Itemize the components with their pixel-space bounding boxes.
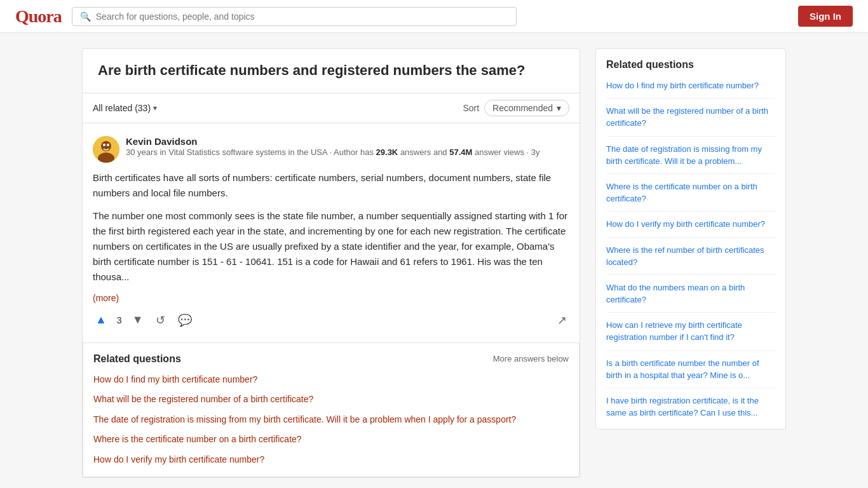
sidebar-question-link[interactable]: Where is the certificate number on a bir… [606,182,757,203]
sidebar-question-link[interactable]: How do I verify my birth certificate num… [606,219,765,229]
downvote-button[interactable]: ▼ [130,311,146,329]
related-question-link[interactable]: The date of registration is missing from… [93,414,516,424]
more-answers-label: More answers below [493,354,569,363]
svg-point-4 [107,144,109,146]
sort-chevron-icon: ▾ [557,103,561,113]
sidebar-question-link[interactable]: I have birth registration certificate, i… [606,396,759,417]
list-item: How do I find my birth certificate numbe… [606,79,775,98]
related-question-link[interactable]: How do I find my birth certificate numbe… [93,374,257,384]
answer-paragraph-2: The number one most commonly sees is the… [93,208,569,285]
list-item: Where is the certificate number on a bir… [93,433,569,446]
main-container: Are birth certificate numbers and regist… [72,33,796,488]
author-name: Kevin Davidson [126,136,540,147]
sidebar-question-link[interactable]: Is a birth certificate number the number… [606,358,759,380]
search-bar: 🔍 [72,7,517,26]
sign-in-button[interactable]: Sign In [798,6,853,27]
sidebar-question-link[interactable]: How can I retrieve my birth certificate … [606,320,742,342]
downvote-icon: ▼ [132,313,144,327]
list-item: I have birth registration certificate, i… [606,395,775,419]
quora-logo[interactable]: Quora [15,6,62,27]
sidebar-question-link[interactable]: Where is the ref number of birth certifi… [606,245,764,267]
related-questions-main: Related questions More answers below How… [83,343,580,477]
sidebar-list: How do I find my birth certificate numbe… [606,79,775,419]
sort-value: Recommended [492,103,553,113]
avatar [93,136,119,163]
content-area: Are birth certificate numbers and regist… [82,48,580,478]
views-count: 57.4M [449,147,472,157]
list-item: Where is the certificate number on a bir… [606,180,775,212]
answer-block: Kevin Davidson 30 years in Vital Statist… [83,123,580,343]
related-questions-header: Related questions More answers below [93,353,569,365]
comment-button[interactable]: 💬 [175,311,194,330]
list-item: How can I retrieve my birth certificate … [606,319,775,350]
svg-point-3 [103,144,105,146]
share-button[interactable]: ↺ [153,311,168,330]
sidebar-question-link[interactable]: How do I find my birth certificate numbe… [606,81,759,90]
list-item: How do I verify my birth certificate num… [93,454,569,466]
author-info: Kevin Davidson 30 years in Vital Statist… [126,136,540,158]
related-questions-title: Related questions [93,353,181,365]
views-suffix: answer views · 3y [472,147,539,157]
answers-suffix: answers and [398,147,449,157]
answers-count: 29.3K [376,147,398,157]
sidebar-title: Related questions [606,59,775,71]
share-icon: ↗ [557,313,567,327]
question-card: Are birth certificate numbers and regist… [82,48,580,478]
sidebar-card: Related questions How do I find my birth… [595,48,786,430]
list-item: Is a birth certificate number the number… [606,357,775,388]
refresh-icon: ↺ [156,313,165,327]
all-related-label: All related (33) [93,103,151,113]
author-row: Kevin Davidson 30 years in Vital Statist… [93,136,569,163]
vote-count: 3 [117,315,122,325]
author-meta: 30 years in Vital Statistics software sy… [126,147,540,158]
sort-dropdown[interactable]: Recommended ▾ [484,100,569,116]
header: Quora 🔍 Sign In [0,0,868,33]
related-questions-list: How do I find my birth certificate numbe… [93,374,569,466]
more-link[interactable]: (more) [93,293,119,303]
sidebar-question-link[interactable]: What do the numbers mean on a birth cert… [606,283,745,304]
list-item: What will be the registered number of a … [606,105,775,136]
upvote-button[interactable]: ▲ [93,311,109,329]
sort-label: Sort [463,103,479,113]
action-bar: ▲ 3 ▼ ↺ 💬 ↗ [93,311,569,330]
upvote-icon: ▲ [95,313,107,327]
question-title: Are birth certificate numbers and regist… [83,49,580,93]
header-actions: Sign In [798,6,853,27]
chevron-down-icon: ▾ [153,104,157,112]
sidebar: Related questions How do I find my birth… [595,48,786,478]
list-item: How do I find my birth certificate numbe… [93,374,569,386]
sort-area: Sort Recommended ▾ [463,100,569,116]
list-item: The date of registration is missing from… [606,143,775,174]
list-item: Where is the ref number of birth certifi… [606,244,775,275]
search-icon: 🔍 [80,11,91,22]
sidebar-question-link[interactable]: The date of registration is missing from… [606,144,762,166]
list-item: What will be the registered number of a … [93,393,569,406]
search-input[interactable] [96,11,508,22]
all-related-filter[interactable]: All related (33) ▾ [93,103,157,113]
related-question-link[interactable]: How do I verify my birth certificate num… [93,454,264,464]
list-item: The date of registration is missing from… [93,414,569,426]
related-question-link[interactable]: What will be the registered number of a … [93,394,313,404]
answer-text: Birth certificates have all sorts of num… [93,170,569,285]
filter-bar: All related (33) ▾ Sort Recommended ▾ [83,93,580,123]
list-item: How do I verify my birth certificate num… [606,218,775,237]
related-question-link[interactable]: Where is the certificate number on a bir… [93,434,302,444]
author-meta-text: 30 years in Vital Statistics software sy… [126,147,376,157]
answer-paragraph-1: Birth certificates have all sorts of num… [93,170,569,201]
comment-icon: 💬 [178,313,192,327]
list-item: What do the numbers mean on a birth cert… [606,281,775,313]
sidebar-question-link[interactable]: What will be the registered number of a … [606,106,768,128]
share-link-button[interactable]: ↗ [555,311,569,330]
